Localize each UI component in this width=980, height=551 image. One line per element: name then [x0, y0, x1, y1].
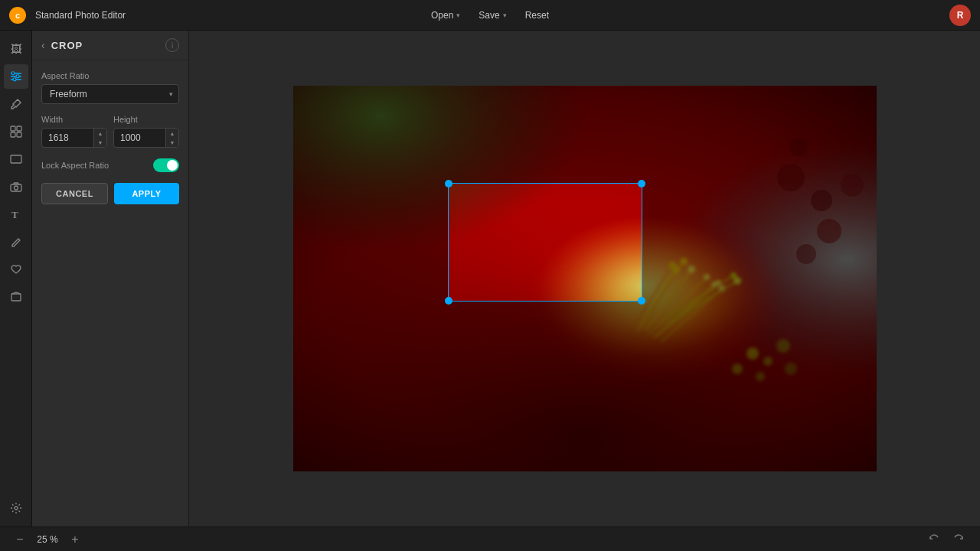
main-area: 🖼 T [0, 31, 980, 527]
svg-point-4 [16, 75, 19, 78]
height-down-btn[interactable]: ▼ [166, 138, 178, 147]
topbar-center-actions: Open ▾ Save ▾ Reset [423, 7, 557, 24]
cancel-button[interactable]: CANCEL [41, 183, 108, 204]
height-group: Height ▲ ▼ [113, 115, 179, 148]
crop-handle-br[interactable] [638, 297, 645, 305]
crop-handle-bl[interactable] [445, 297, 452, 305]
svg-rect-8 [11, 132, 15, 137]
lock-toggle[interactable] [153, 158, 179, 172]
width-down-btn[interactable]: ▼ [94, 138, 106, 147]
svg-text:T: T [11, 209, 18, 220]
zoom-in-button[interactable]: + [67, 532, 83, 547]
open-button[interactable]: Open ▾ [423, 7, 468, 24]
redo-button[interactable] [949, 530, 968, 549]
svg-rect-10 [11, 155, 21, 163]
height-input-wrap: ▲ ▼ [113, 128, 179, 148]
pen-tool-btn[interactable] [4, 230, 28, 254]
width-spinners: ▲ ▼ [93, 129, 106, 147]
panel-back-button[interactable]: ‹ [41, 39, 45, 51]
toggle-knob [167, 160, 178, 171]
action-buttons: CANCEL APPLY [41, 183, 179, 204]
save-button[interactable]: Save ▾ [471, 7, 514, 24]
side-panel: ‹ CRoP i Aspect Ratio Freeform 1:1 4:3 1… [32, 31, 189, 527]
height-input[interactable] [114, 129, 165, 147]
grid-tool-btn[interactable] [4, 119, 28, 144]
bottom-bar: − 25 % + [0, 527, 980, 551]
frame-tool-btn[interactable] [4, 147, 28, 171]
settings-btn[interactable] [4, 496, 28, 520]
svg-rect-7 [17, 126, 21, 131]
topbar: c Standard Photo Editor Open ▾ Save ▾ Re… [0, 0, 980, 31]
svg-point-12 [14, 186, 18, 190]
width-group: Width ▲ ▼ [41, 115, 107, 148]
camera-tool-btn[interactable] [4, 174, 28, 199]
bottom-right-controls [925, 530, 968, 549]
dimensions-row: Width ▲ ▼ Height ▲ [41, 115, 179, 148]
svg-point-15 [15, 507, 18, 510]
panel-title: CRoP [51, 40, 159, 51]
avatar[interactable]: R [949, 5, 971, 26]
app-logo: c [9, 7, 26, 24]
apply-button[interactable]: APPLY [114, 183, 179, 204]
lock-aspect-row: Lock Aspect Ratio [41, 158, 179, 172]
canvas-image-wrap [293, 86, 877, 471]
open-chevron-icon: ▾ [456, 11, 460, 19]
height-spinners: ▲ ▼ [165, 129, 178, 147]
crop-handle-tr[interactable] [638, 180, 645, 187]
text-tool-btn[interactable]: T [4, 202, 28, 227]
crop-box[interactable] [448, 183, 642, 302]
aspect-ratio-label: Aspect Ratio [41, 71, 179, 80]
panel-info-button[interactable]: i [165, 38, 179, 52]
heart-tool-btn[interactable] [4, 257, 28, 282]
zoom-out-button[interactable]: − [12, 532, 28, 547]
zoom-level: 25 % [34, 534, 61, 545]
crop-handle-tl[interactable] [445, 180, 452, 187]
lock-label: Lock Aspect Ratio [41, 161, 109, 170]
adjustments-tool-btn[interactable] [4, 64, 28, 89]
svg-point-5 [13, 78, 16, 81]
svg-rect-6 [11, 126, 15, 131]
width-input[interactable] [42, 129, 93, 147]
zoom-controls: − 25 % + [12, 532, 83, 547]
image-tool-btn[interactable]: 🖼 [4, 37, 28, 61]
reset-button[interactable]: Reset [518, 7, 557, 24]
svg-rect-14 [11, 294, 21, 301]
undo-button[interactable] [925, 530, 943, 549]
panel-body: Aspect Ratio Freeform 1:1 4:3 16:9 3:2 ▾… [32, 60, 188, 215]
topbar-right: R [949, 5, 971, 26]
aspect-ratio-field: Aspect Ratio Freeform 1:1 4:3 16:9 3:2 ▾ [41, 71, 179, 104]
height-up-btn[interactable]: ▲ [166, 129, 178, 138]
aspect-ratio-select-wrap: Freeform 1:1 4:3 16:9 3:2 ▾ [41, 84, 179, 104]
width-input-wrap: ▲ ▼ [41, 128, 107, 148]
width-label: Width [41, 115, 107, 124]
eyedropper-tool-btn[interactable] [4, 92, 28, 116]
aspect-ratio-select[interactable]: Freeform 1:1 4:3 16:9 3:2 [41, 84, 179, 104]
layers-tool-btn[interactable] [4, 285, 28, 309]
panel-header: ‹ CRoP i [32, 31, 188, 60]
svg-point-3 [11, 72, 15, 75]
save-chevron-icon: ▾ [503, 11, 507, 19]
canvas-area [189, 31, 980, 527]
height-label: Height [113, 115, 179, 124]
icon-bar: 🖼 T [0, 31, 32, 527]
svg-rect-9 [17, 132, 21, 137]
width-up-btn[interactable]: ▲ [94, 129, 106, 138]
